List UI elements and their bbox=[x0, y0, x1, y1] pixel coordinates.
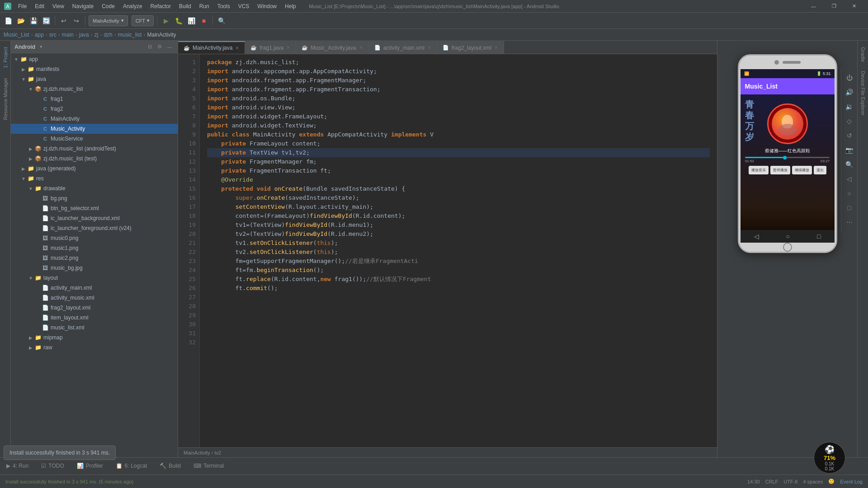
minimize-button[interactable]: — bbox=[803, 0, 824, 13]
undo-button[interactable]: ↩ bbox=[58, 15, 69, 26]
music-control-继续播放[interactable]: 继续播放 bbox=[792, 166, 812, 174]
close-tab-icon[interactable]: ✕ bbox=[235, 45, 239, 51]
breadcrumb-part[interactable]: zj bbox=[94, 32, 99, 38]
bottom-tab-profiler[interactable]: 📊Profiler bbox=[71, 459, 109, 474]
bottom-tab-build[interactable]: 🔨Build bbox=[153, 459, 187, 474]
music-controls[interactable]: 播放音乐暂停播放继续播放退出 bbox=[749, 166, 826, 174]
device-file-explorer-tab[interactable]: Device File Explorer bbox=[859, 66, 868, 120]
tree-item-mainactivity[interactable]: CMainActivity bbox=[11, 114, 178, 124]
event-log-button[interactable]: Event Log bbox=[840, 479, 863, 484]
tab-music-activity-java[interactable]: ☕Music_Activity.java✕ bbox=[296, 41, 368, 54]
close-tab-icon[interactable]: ✕ bbox=[494, 45, 498, 51]
menu-tools[interactable]: Tools bbox=[214, 2, 234, 10]
tree-item-zj-dzh-music-list[interactable]: ▼📦zj.dzh.music_list bbox=[11, 84, 178, 94]
resource-manager-tab[interactable]: Resource Manager bbox=[1, 73, 10, 125]
close-tab-icon[interactable]: ✕ bbox=[427, 45, 431, 51]
menu-view[interactable]: View bbox=[49, 2, 68, 10]
profile-button[interactable]: 📊 bbox=[186, 15, 197, 26]
zoom-icon[interactable]: 🔍 bbox=[843, 158, 856, 171]
back-nav-icon[interactable]: ◁ bbox=[754, 233, 759, 240]
menu-analyze[interactable]: Analyze bbox=[119, 2, 146, 10]
music-control-播放音乐[interactable]: 播放音乐 bbox=[749, 166, 769, 174]
tree-item-java[interactable]: ▼📁java bbox=[11, 74, 178, 84]
tab-mainactivity-java[interactable]: ☕MainActivity.java✕ bbox=[178, 41, 245, 54]
tree-item-music-activity[interactable]: CMusic_Activity bbox=[11, 124, 178, 134]
back-icon[interactable]: ◁ bbox=[843, 173, 856, 185]
music-control-退出[interactable]: 退出 bbox=[814, 166, 826, 174]
rotate-icon[interactable]: ↺ bbox=[843, 129, 856, 142]
bottom-tab-terminal[interactable]: ⌨Terminal bbox=[187, 459, 230, 474]
physical-home-button[interactable] bbox=[783, 243, 792, 252]
tree-item-java--generated-[interactable]: ▶📁java (generated) bbox=[11, 164, 178, 174]
breadcrumb-part[interactable]: app bbox=[35, 32, 44, 38]
menu-code[interactable]: Code bbox=[98, 2, 118, 10]
tree-item-raw[interactable]: ▶📁raw bbox=[11, 343, 178, 352]
save-button[interactable]: 💾 bbox=[28, 15, 39, 26]
menu-file[interactable]: File bbox=[14, 2, 30, 10]
panel-dropdown-icon[interactable]: ▾ bbox=[40, 44, 42, 50]
close-tab-icon[interactable]: ✕ bbox=[359, 45, 363, 51]
breadcrumb-part[interactable]: dzh bbox=[104, 32, 112, 38]
tree-item-activity-main-xml[interactable]: 📄activity_main.xml bbox=[11, 283, 178, 293]
settings-icon[interactable]: ⚙ bbox=[155, 42, 164, 52]
menu-vcs[interactable]: VCS bbox=[235, 2, 253, 10]
tree-item-ic-launcher-foreground-xml--v24-[interactable]: 📄ic_launcher_foreground.xml (v24) bbox=[11, 223, 178, 233]
menu-navigate[interactable]: Navigate bbox=[69, 2, 97, 10]
debug-button[interactable]: 🐛 bbox=[173, 15, 184, 26]
bottom-tab-todo[interactable]: ☑TODO bbox=[35, 459, 70, 474]
tree-item-mipmap[interactable]: ▶📁mipmap bbox=[11, 333, 178, 343]
stop-button[interactable]: ■ bbox=[198, 15, 209, 26]
tab-frag2-layout-xml[interactable]: 📄frag2_layout.xml✕ bbox=[437, 41, 504, 54]
menu-help[interactable]: Help bbox=[281, 2, 300, 10]
tab-frag1-java[interactable]: ☕frag1.java✕ bbox=[245, 41, 296, 54]
collapse-all-button[interactable]: ⊟ bbox=[145, 42, 154, 52]
run-button[interactable]: ▶ bbox=[160, 15, 171, 26]
tree-item-drawable[interactable]: ▼📁drawable bbox=[11, 183, 178, 193]
code-editor[interactable]: 1234567891011121314151617181920212223242… bbox=[178, 54, 717, 447]
menu-edit[interactable]: Edit bbox=[31, 2, 48, 10]
open-file-button[interactable]: 📂 bbox=[15, 15, 26, 26]
gradle-tab[interactable]: Gradle bbox=[859, 42, 868, 66]
recents-icon[interactable]: □ bbox=[843, 202, 856, 214]
menu-refactor[interactable]: Refactor bbox=[147, 2, 175, 10]
breadcrumb-part[interactable]: main bbox=[62, 32, 74, 38]
music-control-暂停播放[interactable]: 暂停播放 bbox=[770, 166, 790, 174]
bottom-tab-6--logcat[interactable]: 📋6: Logcat bbox=[109, 459, 153, 474]
diamond-icon[interactable]: ◇ bbox=[843, 115, 856, 127]
menu-run[interactable]: Run bbox=[196, 2, 213, 10]
tree-item-btn-bg-selector-xml[interactable]: 📄btn_bg_selector.xml bbox=[11, 203, 178, 213]
tree-item-frag2-layout-xml[interactable]: 📄frag2_layout.xml bbox=[11, 303, 178, 313]
volume-down-icon[interactable]: 🔉 bbox=[843, 100, 856, 113]
cft-dropdown[interactable]: CFT ▾ bbox=[132, 15, 154, 26]
tree-item-music2-png[interactable]: 🖼music2.png bbox=[11, 253, 178, 263]
smiley-icon[interactable]: 🙂 bbox=[828, 479, 835, 484]
tree-item-manifests[interactable]: ▶📁manifests bbox=[11, 64, 178, 74]
tree-item-zj-dzh-music-list--test-[interactable]: ▶📦zj.dzh.music_list (test) bbox=[11, 154, 178, 164]
hide-panel-button[interactable]: — bbox=[165, 42, 174, 52]
home-nav-icon[interactable]: ○ bbox=[786, 233, 790, 240]
phone-nav-bar[interactable]: ◁ ○ □ bbox=[741, 230, 835, 243]
tree-item-frag1[interactable]: Cfrag1 bbox=[11, 94, 178, 104]
power-icon[interactable]: ⏻ bbox=[843, 71, 856, 84]
menu-window[interactable]: Window bbox=[254, 2, 280, 10]
breadcrumb-part[interactable]: music_list bbox=[118, 32, 142, 38]
tree-item-music-list-xml[interactable]: 📄music_list.xml bbox=[11, 323, 178, 333]
breadcrumb-part[interactable]: MainActivity bbox=[147, 32, 176, 38]
tree-item-bg-png[interactable]: 🖼bg.png bbox=[11, 193, 178, 203]
more-icon[interactable]: ⋯ bbox=[843, 216, 856, 229]
project-tab[interactable]: 1: Project bbox=[1, 42, 10, 72]
bottom-tab-4--run[interactable]: ▶4: Run bbox=[0, 459, 35, 474]
tree-item-music0-png[interactable]: 🖼music0.png bbox=[11, 233, 178, 243]
close-tab-icon[interactable]: ✕ bbox=[286, 45, 290, 51]
tree-item-layout[interactable]: ▼📁layout bbox=[11, 273, 178, 283]
module-dropdown[interactable]: MainActivity ▾ bbox=[89, 15, 128, 26]
sync-button[interactable]: 🔄 bbox=[41, 15, 52, 26]
search-button[interactable]: 🔍 bbox=[216, 15, 227, 26]
breadcrumb-part[interactable]: src bbox=[49, 32, 57, 38]
breadcrumb-part[interactable]: Music_List bbox=[4, 32, 29, 38]
redo-button[interactable]: ↪ bbox=[71, 15, 82, 26]
new-file-button[interactable]: 📄 bbox=[3, 15, 14, 26]
tree-item-music-bg-jpg[interactable]: 🖼music_bg.jpg bbox=[11, 263, 178, 273]
breadcrumb-part[interactable]: java bbox=[79, 32, 89, 38]
tree-item-zj-dzh-music-list--androidtest-[interactable]: ▶📦zj.dzh.music_list (androidTest) bbox=[11, 144, 178, 154]
